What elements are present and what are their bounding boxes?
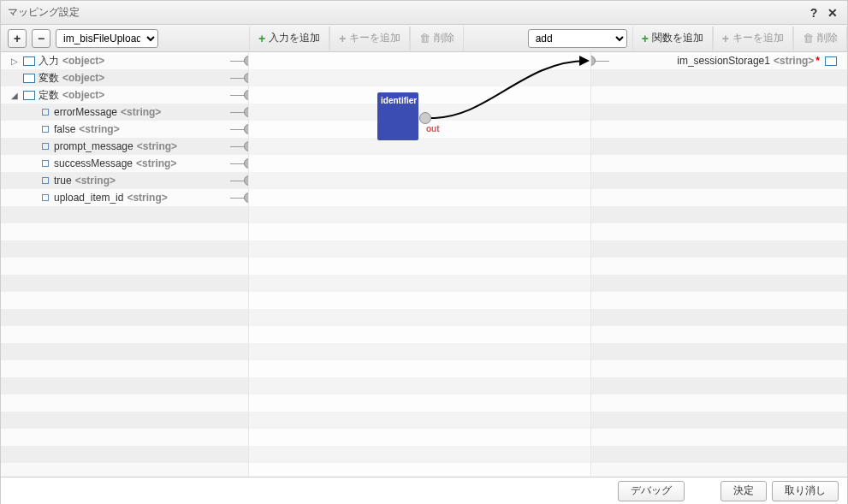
function-out-port[interactable] <box>419 112 431 124</box>
title-bar: マッピング設定 ? ✕ <box>1 1 847 25</box>
function-out-label: out <box>426 124 440 133</box>
mapping-dialog: マッピング設定 ? ✕ + − im_bisFileUpload1 +入力を追加… <box>0 0 848 504</box>
tree-leaf[interactable]: errorMessage <string> <box>1 104 248 121</box>
field-icon <box>42 177 49 184</box>
tree-node-output[interactable]: im_sessionStorage1 <string> * <box>591 52 847 69</box>
tree-node-input[interactable]: ▷ 入力 <object> <box>1 52 248 69</box>
field-icon <box>42 109 49 116</box>
plus-icon: + <box>258 32 265 45</box>
add-left-button[interactable]: + <box>8 29 27 48</box>
canvas-panel[interactable]: identifier out <box>249 52 590 477</box>
dialog-title: マッピング設定 <box>8 5 803 20</box>
field-icon <box>42 194 49 201</box>
folder-icon <box>825 56 837 66</box>
folder-icon <box>23 91 35 100</box>
folder-icon <box>23 74 35 83</box>
delete-right-button[interactable]: 🗑削除 <box>793 27 847 50</box>
function-select[interactable]: add <box>528 29 627 48</box>
remove-left-button[interactable]: − <box>32 29 50 48</box>
dialog-footer: デバッグ 決定 取り消し <box>1 477 847 504</box>
field-icon <box>42 126 49 133</box>
collapse-icon[interactable]: ◢ <box>9 91 20 100</box>
field-icon <box>42 143 49 150</box>
left-tree-panel: ▷ 入力 <object> 変数 <object> ◢ 定数 <object> <box>1 52 249 477</box>
tree-leaf[interactable]: upload_item_id <string> <box>1 189 248 206</box>
folder-icon <box>23 56 35 66</box>
cancel-button[interactable]: 取り消し <box>772 481 839 501</box>
field-icon <box>42 160 49 167</box>
function-block-identifier[interactable]: identifier <box>377 92 418 140</box>
expand-icon[interactable]: ▷ <box>9 56 20 66</box>
add-input-button[interactable]: +入力を追加 <box>249 27 329 50</box>
ok-button[interactable]: 決定 <box>721 481 767 501</box>
add-key-left-button[interactable]: +キーを追加 <box>329 27 410 50</box>
trash-icon: 🗑 <box>803 32 814 44</box>
delete-left-button[interactable]: 🗑削除 <box>410 27 464 50</box>
close-button[interactable]: ✕ <box>825 5 840 21</box>
tree-leaf[interactable]: false <string> <box>1 121 248 138</box>
plus-icon: + <box>642 32 649 45</box>
trash-icon: 🗑 <box>419 32 430 44</box>
tree-leaf[interactable]: successMessage <string> <box>1 155 248 172</box>
tree-leaf[interactable]: true <string> <box>1 172 248 189</box>
required-mark: * <box>815 55 820 67</box>
input-port[interactable] <box>590 56 596 66</box>
help-button[interactable]: ? <box>806 5 821 21</box>
add-key-right-button[interactable]: +キーを追加 <box>713 27 793 50</box>
tree-node-vars[interactable]: 変数 <object> <box>1 69 248 86</box>
tree-node-consts[interactable]: ◢ 定数 <object> <box>1 86 248 104</box>
left-source-select[interactable]: im_bisFileUpload1 <box>56 29 158 48</box>
right-tree-panel: im_sessionStorage1 <string> * <box>590 52 847 477</box>
tree-leaf[interactable]: prompt_message <string> <box>1 138 248 155</box>
plus-icon: + <box>339 32 346 45</box>
add-function-button[interactable]: +関数を追加 <box>632 27 713 50</box>
debug-button[interactable]: デバッグ <box>618 481 685 501</box>
toolbar: + − im_bisFileUpload1 +入力を追加 +キーを追加 🗑削除 … <box>1 25 847 52</box>
plus-icon: + <box>722 32 729 45</box>
